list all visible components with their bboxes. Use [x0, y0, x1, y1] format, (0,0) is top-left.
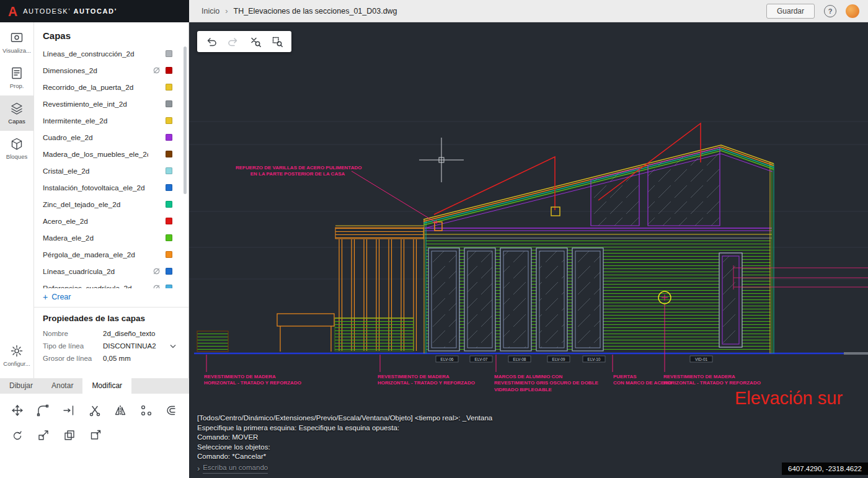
extend-icon: [63, 404, 75, 417]
layer-color-swatch[interactable]: [166, 50, 172, 57]
layer-row[interactable]: Cristal_ele_2d: [34, 162, 188, 179]
layer-color-swatch[interactable]: [166, 100, 172, 107]
sidebar-item-settings[interactable]: Configur...: [0, 338, 33, 373]
layer-color-swatch[interactable]: [166, 201, 172, 208]
sidebar-item-layers[interactable]: Capas: [0, 95, 33, 131]
redo-icon: [228, 36, 239, 47]
layer-color-swatch[interactable]: [166, 218, 172, 224]
fillet-icon: [37, 404, 49, 417]
tag-label: ELV-10: [588, 357, 601, 361]
layer-row[interactable]: Referencias_cuadrícula_2d: [34, 280, 188, 288]
layer-color-swatch[interactable]: [166, 251, 172, 258]
layer-color-swatch[interactable]: [166, 117, 172, 124]
annotation-wood-cladding-1: REVESTIMIENTO DE MADERA HORIZONTAL - TRA…: [204, 374, 301, 387]
layer-row[interactable]: Acero_ele_2d: [34, 213, 188, 229]
document-tab-bar: Inicio › TH_Elevaciones de las secciones…: [189, 0, 868, 22]
sidebar-item-properties[interactable]: Prop.: [0, 60, 33, 95]
layer-color-swatch[interactable]: [166, 184, 172, 191]
layer-row[interactable]: Líneas_de_construcción_2d: [34, 45, 188, 62]
help-icon[interactable]: ?: [824, 5, 836, 17]
sidebar-item-blocks[interactable]: Bloques: [0, 131, 33, 166]
canvas-mini-toolbar: [197, 31, 291, 52]
layer-hidden-icon[interactable]: [153, 66, 161, 74]
layer-list: Líneas_de_construcción_2d Dimensiones_2d: [34, 45, 188, 288]
lineweight-field[interactable]: 0,05 mm: [103, 355, 180, 362]
zoom-extents-button[interactable]: [247, 33, 264, 50]
mirror-tool-button[interactable]: [108, 401, 133, 420]
fillet-tool-button[interactable]: [31, 401, 56, 420]
layer-name-label: Nombre: [43, 330, 103, 337]
linetype-select[interactable]: DISCONTINUA2: [103, 342, 180, 350]
bench: [277, 314, 334, 352]
layer-hidden-icon[interactable]: [153, 267, 161, 275]
planter: [197, 331, 228, 352]
layer-list-scrollbar[interactable]: [184, 46, 187, 194]
layer-row[interactable]: Intermitente_ele_2d: [34, 112, 188, 129]
offset-tool-button[interactable]: [159, 401, 184, 420]
command-placeholder: Escriba un comando: [203, 463, 268, 474]
annotation-aluminium-frames: MARCOS DE ALUMINIO CON REVESTIMIENTO GRI…: [494, 374, 598, 393]
layer-name: Líneas_cuadrícula_2d: [43, 267, 148, 276]
annotation-wood-cladding-3: REVESTIMIENTO DE MADERA HORIZONTAL - TRA…: [663, 374, 761, 387]
layer-color-swatch[interactable]: [166, 234, 172, 241]
properties-icon: [10, 66, 24, 80]
layer-name: Líneas_de_construcción_2d: [43, 50, 148, 58]
layer-color-swatch[interactable]: [166, 67, 172, 74]
sidebar-item-visualization[interactable]: Visualiza...: [0, 25, 33, 60]
layer-name-field[interactable]: 2d_diseño_texto: [103, 330, 180, 337]
copy-tool-button[interactable]: [57, 426, 82, 445]
undo-button[interactable]: [203, 33, 219, 50]
redo-button[interactable]: [225, 33, 241, 50]
rotate-tool-button[interactable]: [5, 426, 30, 445]
tag-label: ELV-08: [513, 357, 526, 361]
layer-name: Zinc_del_tejado_ele_2d: [43, 200, 148, 209]
brand-text: AUTODESK’ AUTOCAD’: [23, 7, 117, 15]
layer-color-swatch[interactable]: [166, 268, 172, 275]
layer-row[interactable]: Pérgola_de_madera_ele_2d: [34, 246, 188, 263]
command-history-line: [Todos/Centro/Dinámico/Extensiones/Previ…: [197, 414, 492, 423]
layer-row[interactable]: Instalación_fotovoltaica_ele_2d: [34, 179, 188, 196]
layer-color-swatch[interactable]: [166, 84, 172, 91]
rotate-icon: [11, 429, 24, 441]
tag-label: ELV-06: [441, 357, 454, 361]
layer-row[interactable]: Madera_ele_2d: [34, 229, 188, 246]
layer-row[interactable]: Recorrido_de_la_puerta_2d: [34, 79, 188, 95]
drawing-canvas[interactable]: ELV-06 ELV-07 ELV-08 ELV-09 ELV-10 VID-0…: [189, 22, 868, 478]
move-tool-button[interactable]: [5, 401, 30, 420]
layer-color-swatch[interactable]: [166, 167, 172, 174]
array-tool-button[interactable]: [134, 401, 159, 420]
document-tab[interactable]: TH_Elevaciones de las secciones_01_D03.d…: [234, 7, 397, 15]
mirror-icon: [114, 404, 126, 417]
visualization-icon: [10, 31, 24, 45]
command-history-line: Comando: MOVER: [197, 433, 492, 443]
layer-hidden-icon[interactable]: [153, 284, 161, 288]
extend-tool-button[interactable]: [56, 401, 81, 420]
layer-color-swatch[interactable]: [166, 134, 172, 141]
plus-icon: +: [43, 293, 48, 301]
layer-row[interactable]: Cuadro_ele_2d: [34, 129, 188, 146]
layer-color-swatch[interactable]: [166, 285, 172, 288]
save-button[interactable]: Guardar: [766, 4, 815, 19]
zoom-window-button[interactable]: [269, 33, 285, 50]
tab-modificar[interactable]: Modificar: [82, 378, 131, 394]
tab-dibujar[interactable]: Dibujar: [0, 378, 42, 394]
avatar[interactable]: [846, 4, 859, 18]
tab-anotar[interactable]: Anotar: [42, 378, 82, 394]
command-history-line: Seleccione los objetos:: [197, 443, 492, 453]
layer-color-swatch[interactable]: [166, 151, 172, 157]
layer-name: Recorrido_de_la_puerta_2d: [43, 83, 148, 92]
annotation-rebar: REFUERZO DE VARILLAS DE ACERO PULIMENTAD…: [236, 165, 360, 178]
trim-tool-button[interactable]: [82, 401, 107, 420]
explode-tool-button[interactable]: [83, 426, 108, 445]
pergola: [335, 226, 423, 351]
layer-row[interactable]: Zinc_del_tejado_ele_2d: [34, 196, 188, 213]
layer-row[interactable]: Madera_de_los_muebles_ele_2d: [34, 146, 188, 162]
layer-row[interactable]: Dimensiones_2d: [34, 62, 188, 79]
create-layer-button[interactable]: + Crear: [34, 288, 188, 306]
breadcrumb-home[interactable]: Inicio: [202, 7, 219, 15]
layer-row[interactable]: Líneas_cuadrícula_2d: [34, 263, 188, 280]
command-input[interactable]: › Escriba un comando: [197, 463, 492, 474]
layers-icon: [10, 102, 24, 115]
layer-row[interactable]: Revestimiento_ele_int_2d: [34, 95, 188, 112]
scale-tool-button[interactable]: [31, 426, 56, 445]
